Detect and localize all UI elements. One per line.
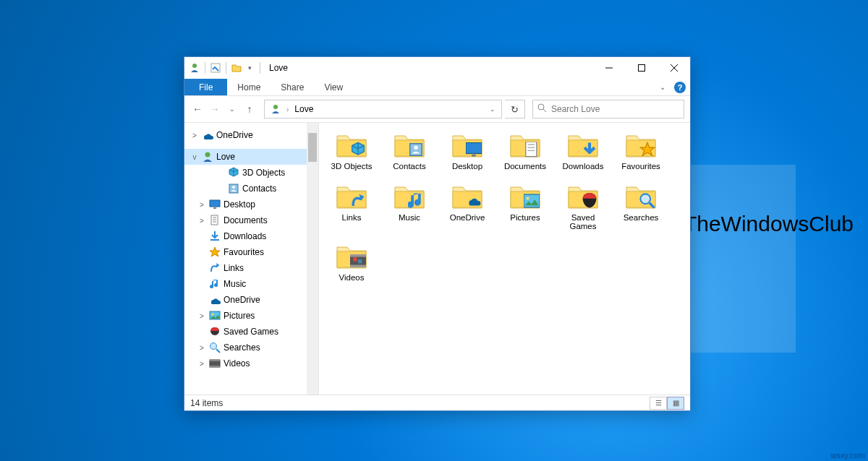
savedgames-icon bbox=[582, 193, 597, 209]
folder-desktop[interactable]: Desktop bbox=[445, 130, 490, 171]
videos-icon bbox=[209, 358, 221, 369]
icons-view-button[interactable]: ▦ bbox=[667, 397, 684, 410]
svg-line-22 bbox=[216, 349, 220, 353]
close-button[interactable] bbox=[658, 57, 690, 79]
svg-line-37 bbox=[650, 202, 655, 207]
links-icon bbox=[209, 262, 221, 274]
contacts-icon bbox=[228, 183, 239, 194]
up-button[interactable]: ↑ bbox=[242, 102, 257, 116]
separator bbox=[205, 62, 205, 74]
documents-icon bbox=[524, 142, 540, 158]
tree-item-label: Saved Games bbox=[224, 327, 278, 337]
favourites-icon bbox=[209, 246, 221, 258]
tree-item-links[interactable]: Links bbox=[184, 260, 318, 276]
tree-item-label: Desktop bbox=[224, 199, 255, 210]
tree-item-label: Favourites bbox=[224, 247, 264, 257]
tree-item-pictures[interactable]: >Pictures bbox=[184, 308, 318, 324]
tab-share[interactable]: Share bbox=[271, 79, 314, 95]
folder-pictures[interactable]: Pictures bbox=[503, 181, 548, 231]
svg-point-7 bbox=[538, 104, 544, 110]
search-placeholder: Search Love bbox=[551, 104, 600, 114]
tree-item-documents[interactable]: >Documents bbox=[184, 212, 318, 228]
help-button[interactable]: ? bbox=[670, 79, 690, 95]
svg-rect-18 bbox=[210, 239, 219, 241]
navigation-pane[interactable]: >OneDrivevLove3D ObjectsContacts>Desktop… bbox=[184, 123, 319, 395]
folder-icon bbox=[231, 62, 242, 74]
tree-item-desktop[interactable]: >Desktop bbox=[184, 197, 318, 212]
tree-item-label: Contacts bbox=[242, 184, 276, 194]
ribbon-tabs: File Home Share View ⌄ ? bbox=[184, 79, 690, 96]
file-tab[interactable]: File bbox=[184, 79, 227, 95]
folder-3d-objects[interactable]: 3D Objects bbox=[329, 130, 374, 171]
folder-onedrive[interactable]: OneDrive bbox=[445, 181, 490, 231]
tree-item-onedrive[interactable]: OneDrive bbox=[184, 292, 318, 308]
favourites-icon bbox=[639, 142, 655, 158]
minimize-button[interactable] bbox=[592, 57, 625, 79]
folder-label: 3D Objects bbox=[331, 162, 373, 171]
tree-item-label: Love bbox=[216, 152, 235, 162]
status-bar: 14 items ☰ ▦ bbox=[184, 395, 690, 410]
qat-dropdown-icon[interactable]: ▾ bbox=[244, 62, 255, 74]
address-dropdown-icon[interactable]: ⌄ bbox=[487, 105, 498, 113]
svg-point-9 bbox=[205, 152, 210, 158]
chevron-right-icon[interactable]: › bbox=[286, 105, 289, 113]
folder-icon bbox=[567, 181, 599, 210]
forward-button[interactable]: → bbox=[208, 102, 222, 116]
tab-view[interactable]: View bbox=[314, 79, 353, 95]
breadcrumb-item[interactable]: Love bbox=[292, 104, 316, 114]
tree-item-music[interactable]: Music bbox=[184, 276, 318, 292]
folder-links[interactable]: Links bbox=[329, 181, 374, 231]
titlebar[interactable]: ▾ Love bbox=[184, 57, 690, 79]
music-icon bbox=[408, 193, 424, 209]
tab-home[interactable]: Home bbox=[227, 79, 271, 95]
recent-locations-button[interactable]: ⌄ bbox=[225, 102, 239, 116]
scrollbar[interactable] bbox=[307, 123, 318, 395]
tree-item-favourites[interactable]: Favourites bbox=[184, 244, 318, 260]
svg-rect-30 bbox=[526, 142, 537, 157]
tree-item-onedrive[interactable]: >OneDrive bbox=[184, 127, 318, 143]
back-button[interactable]: ← bbox=[190, 102, 205, 116]
svg-rect-25 bbox=[210, 366, 220, 367]
onedrive-icon bbox=[209, 294, 221, 306]
folder-label: Pictures bbox=[510, 213, 540, 223]
refresh-button[interactable]: ↻ bbox=[505, 100, 525, 119]
content-pane[interactable]: 3D Objects Contacts Desktop Documents Do… bbox=[319, 123, 690, 395]
tree-item-contacts[interactable]: Contacts bbox=[184, 181, 318, 197]
folder-label: Downloads bbox=[563, 162, 604, 171]
address-bar[interactable]: › Love ⌄ bbox=[264, 100, 502, 119]
properties-icon[interactable] bbox=[210, 62, 221, 74]
body: >OneDrivevLove3D ObjectsContacts>Desktop… bbox=[184, 122, 690, 395]
svg-rect-13 bbox=[213, 207, 216, 209]
tree-item-label: Music bbox=[224, 279, 246, 289]
tree-item-searches[interactable]: >Searches bbox=[184, 340, 318, 356]
tree-item-love[interactable]: vLove bbox=[184, 149, 318, 165]
folder-searches[interactable]: Searches bbox=[618, 181, 663, 231]
folder-music[interactable]: Music bbox=[387, 181, 432, 231]
breadcrumb-root[interactable] bbox=[268, 104, 284, 114]
details-view-button[interactable]: ☰ bbox=[650, 397, 667, 410]
search-input[interactable]: Search Love bbox=[532, 100, 684, 119]
links-icon bbox=[350, 193, 366, 209]
searches-icon bbox=[209, 342, 221, 353]
folder-saved-games[interactable]: Saved Games bbox=[561, 181, 605, 231]
folder-videos[interactable]: Videos bbox=[329, 241, 374, 283]
folder-icon bbox=[451, 181, 483, 210]
maximize-button[interactable] bbox=[625, 57, 658, 79]
folder-documents[interactable]: Documents bbox=[503, 130, 548, 171]
tree-item-videos[interactable]: >Videos bbox=[184, 356, 318, 371]
folder-downloads[interactable]: Downloads bbox=[561, 130, 605, 171]
svg-rect-3 bbox=[638, 65, 644, 72]
pictures-icon bbox=[524, 193, 540, 209]
scrollbar-thumb[interactable] bbox=[308, 133, 317, 162]
ribbon-collapse-icon[interactable]: ⌄ bbox=[655, 79, 670, 95]
folder-label: Music bbox=[399, 213, 420, 223]
3d-icon bbox=[228, 167, 239, 178]
tree-item-saved-games[interactable]: Saved Games bbox=[184, 324, 318, 340]
tree-item-downloads[interactable]: Downloads bbox=[184, 228, 318, 244]
folder-favourites[interactable]: Favourites bbox=[618, 130, 663, 171]
folder-icon bbox=[336, 181, 367, 210]
videos-icon bbox=[350, 253, 366, 269]
onedrive-icon bbox=[202, 129, 213, 141]
tree-item-3d-objects[interactable]: 3D Objects bbox=[184, 165, 318, 181]
folder-contacts[interactable]: Contacts bbox=[387, 130, 432, 171]
